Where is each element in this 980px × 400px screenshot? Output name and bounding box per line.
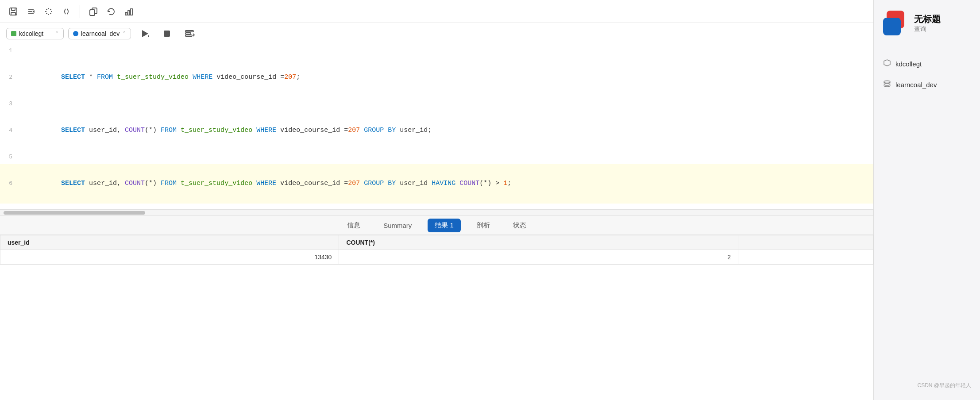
scrollbar-thumb[interactable] — [4, 211, 145, 215]
svg-line-15 — [46, 13, 47, 14]
line-num-5: 5 — [0, 150, 18, 164]
sidebar-host-label: kdcollegt — [895, 60, 922, 68]
main-editor-area: kdcollegt ⌃ learncoal_dev ⌃ — [0, 0, 874, 400]
app-subtitle: 查询 — [914, 25, 941, 33]
app-branding: 无标题 查询 — [883, 11, 971, 35]
toolbar-divider-1 — [80, 5, 80, 18]
app-icon-wrapper — [883, 11, 908, 35]
db-host-select[interactable]: kdcollegt ⌃ — [6, 28, 64, 39]
svg-rect-19 — [125, 12, 127, 15]
history-icon[interactable] — [104, 4, 118, 19]
copy-icon[interactable] — [86, 4, 100, 19]
svg-point-28 — [884, 81, 890, 83]
schema-label: learncoal_dev — [81, 30, 120, 37]
stop-button[interactable] — [158, 27, 175, 40]
parenthesis-icon[interactable] — [59, 4, 73, 19]
code-line-5: 5 — [0, 150, 873, 164]
format-icon[interactable] — [24, 4, 38, 19]
tab-result1[interactable]: 结果 1 — [428, 219, 461, 232]
host-status-dot — [11, 31, 16, 36]
app-name: 无标题 — [914, 13, 941, 25]
col-header-empty — [738, 235, 873, 250]
host-label: kdcollegt — [19, 30, 43, 37]
cell-empty — [738, 250, 873, 265]
horizontal-scrollbar[interactable] — [0, 209, 873, 215]
svg-rect-1 — [12, 8, 15, 11]
line-content-4: SELECT user_id, COUNT(*) FROM t_suer_stu… — [18, 111, 432, 150]
cell-user-id: 13430 — [0, 250, 339, 265]
line-content-6: SELECT user_id, COUNT(*) FROM t_suer_stu… — [18, 164, 511, 204]
schema-dropdown-arrow: ⌃ — [122, 31, 126, 36]
svg-rect-27 — [185, 35, 192, 36]
sidebar-host-item: kdcollegt — [883, 57, 971, 71]
svg-line-13 — [50, 13, 51, 14]
svg-marker-22 — [142, 30, 148, 37]
magic-icon[interactable] — [42, 4, 56, 19]
sidebar-db-label: learncoal_dev — [895, 81, 937, 88]
line-content-2: SELECT * FROM t_suer_study_video WHERE v… — [18, 58, 300, 97]
svg-rect-25 — [185, 31, 193, 32]
tab-summary[interactable]: Summary — [376, 219, 419, 232]
svg-rect-21 — [131, 9, 132, 15]
tab-profile[interactable]: 剖析 — [470, 219, 497, 232]
svg-rect-26 — [185, 33, 191, 34]
bottom-tabs: 信息 Summary 结果 1 剖析 状态 — [0, 215, 873, 235]
line-num-2: 2 — [0, 71, 18, 84]
chart-icon[interactable] — [122, 4, 136, 19]
code-line-3: 3 — [0, 97, 873, 111]
code-line-1: 1 — [0, 44, 873, 58]
svg-rect-20 — [128, 11, 130, 15]
code-line-2: 2 SELECT * FROM t_suer_study_video WHERE… — [0, 58, 873, 97]
run-button[interactable] — [135, 26, 154, 41]
line-num-1: 1 — [0, 44, 18, 58]
host-icon — [883, 59, 891, 69]
svg-rect-24 — [164, 31, 170, 37]
tab-status[interactable]: 状态 — [506, 219, 533, 232]
col-header-count: COUNT(*) — [339, 235, 738, 250]
save-icon[interactable] — [6, 4, 20, 19]
col-header-user-id: user_id — [0, 235, 339, 250]
db-schema-select[interactable]: learncoal_dev ⌃ — [68, 28, 131, 39]
host-dropdown-arrow: ⌃ — [55, 31, 59, 36]
table-row: 13430 2 — [0, 250, 873, 265]
code-editor[interactable]: 1 2 SELECT * FROM t_suer_study_video WHE… — [0, 44, 873, 209]
cell-count: 2 — [339, 250, 738, 265]
toolbar — [0, 0, 873, 23]
connection-bar: kdcollegt ⌃ learncoal_dev ⌃ — [0, 23, 873, 44]
explain-button[interactable] — [180, 26, 199, 42]
line-num-6: 6 — [0, 177, 18, 190]
svg-line-14 — [50, 9, 51, 10]
svg-rect-2 — [11, 12, 15, 15]
right-sidebar: 无标题 查询 kdcollegt learncoal_dev CSDN @早起的… — [874, 0, 980, 400]
line-num-3: 3 — [0, 97, 18, 111]
sidebar-divider — [883, 48, 971, 48]
code-line-6: 6 SELECT user_id, COUNT(*) FROM t_suer_s… — [0, 164, 873, 204]
sidebar-footer: CSDN @早起的年轻人 — [883, 382, 971, 389]
results-area: user_id COUNT(*) 13430 2 — [0, 235, 873, 400]
db-icon — [883, 80, 891, 90]
results-table: user_id COUNT(*) 13430 2 — [0, 235, 873, 265]
sidebar-db-item: learncoal_dev — [883, 78, 971, 92]
line-num-4: 4 — [0, 124, 18, 137]
svg-rect-17 — [90, 10, 95, 15]
code-line-4: 4 SELECT user_id, COUNT(*) FROM t_suer_s… — [0, 111, 873, 150]
svg-line-12 — [46, 9, 47, 10]
tab-info[interactable]: 信息 — [340, 219, 367, 232]
code-lines: 1 2 SELECT * FROM t_suer_study_video WHE… — [0, 44, 873, 209]
app-icon-blue — [883, 18, 901, 35]
db-status-dot — [73, 31, 78, 36]
app-title-block: 无标题 查询 — [914, 13, 941, 33]
